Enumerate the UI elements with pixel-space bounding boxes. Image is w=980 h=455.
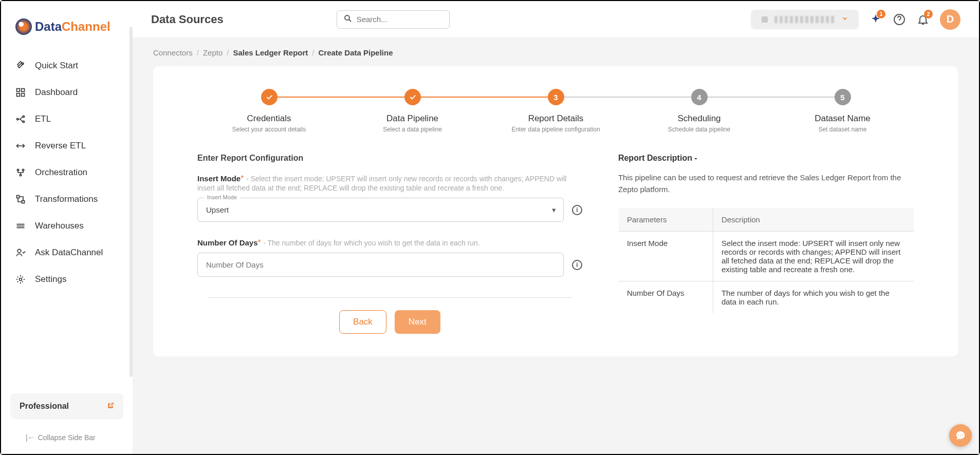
chat-button[interactable] (949, 424, 972, 447)
step-number: 3 (548, 89, 564, 105)
table-cell: Number Of Days (618, 281, 713, 314)
back-button[interactable]: Back (339, 310, 386, 334)
info-icon[interactable]: i (572, 205, 582, 215)
sidebar: DataChannel Quick Start Dashboard ETL Re… (1, 1, 133, 454)
sidebar-item-label: Settings (35, 274, 66, 285)
report-description-title: Report Description - (618, 154, 914, 163)
sidebar-item-dashboard[interactable]: Dashboard (8, 79, 125, 106)
step-subtitle: Set dataset name (771, 126, 914, 133)
grid-icon (15, 87, 26, 98)
breadcrumb-item[interactable]: Zepto (203, 48, 223, 57)
select-value: Upsert (206, 205, 229, 214)
step-number: 4 (691, 89, 708, 105)
sidebar-item-ask[interactable]: Ask DataChannel (8, 239, 125, 266)
svg-point-7 (23, 121, 24, 122)
collapse-label: Collapse Side Bar (38, 433, 96, 442)
ask-icon (15, 248, 26, 258)
section-heading: Enter Report Configuration (197, 154, 582, 163)
collapse-icon: |← (26, 433, 35, 442)
workspace-icon (760, 15, 769, 24)
breadcrumb-item[interactable]: Connectors (153, 48, 193, 57)
step-subtitle: Select your account details (197, 126, 341, 133)
workspace-name-redacted (774, 16, 836, 23)
table-cell: The number of days for which you wish to… (713, 281, 914, 314)
flow-icon (15, 114, 26, 124)
svg-point-10 (20, 174, 21, 176)
step-data-pipeline[interactable]: Data Pipeline Select a data pipeline (341, 89, 484, 133)
field-number-of-days: Number Of Days* - The number of days for… (197, 238, 582, 277)
parameters-table: Parameters Description Insert Mode Selec… (618, 207, 914, 314)
card: Credentials Select your account details … (153, 66, 958, 356)
step-title: Data Pipeline (341, 113, 484, 124)
logo[interactable]: DataChannel (1, 1, 133, 50)
svg-point-6 (23, 116, 24, 117)
plan-badge[interactable]: Professional (10, 393, 123, 419)
float-label: Insert Mode (204, 194, 240, 200)
sidebar-item-label: Reverse ETL (35, 141, 86, 151)
step-credentials[interactable]: Credentials Select your account details (197, 89, 341, 133)
breadcrumb-item[interactable]: Sales Ledger Report (233, 48, 308, 57)
step-report-details[interactable]: 3 Report Details Enter data pipeline con… (484, 89, 627, 133)
sparkle-badge: 1 (877, 10, 885, 18)
step-subtitle: Enter data pipeline configuration (484, 126, 627, 133)
number-of-days-input[interactable] (206, 260, 555, 269)
sparkle-button[interactable]: 1 (869, 13, 882, 26)
report-description-panel: Report Description - This pipeline can b… (618, 154, 914, 334)
warehouse-icon (15, 221, 26, 231)
field-insert-mode: Insert Mode* - Select the insert mode: U… (197, 174, 582, 222)
step-scheduling[interactable]: 4 Scheduling Schedule data pipeline (627, 89, 771, 133)
sidebar-item-label: Quick Start (35, 61, 78, 71)
field-label: Insert Mode (197, 174, 241, 183)
step-title: Dataset Name (771, 113, 914, 124)
table-cell: Select the insert mode: UPSERT will inse… (713, 232, 914, 281)
form-left: Enter Report Configuration Insert Mode* … (197, 154, 582, 334)
sidebar-nav: Quick Start Dashboard ETL Reverse ETL Or… (1, 50, 133, 387)
next-button[interactable]: Next (395, 310, 440, 334)
topbar: Data Sources 1 (133, 1, 979, 38)
sidebar-item-transformations[interactable]: Transformations (8, 186, 125, 213)
insert-mode-select[interactable]: Insert Mode Upsert ▾ (197, 198, 564, 222)
svg-rect-2 (22, 89, 25, 92)
page-title: Data Sources (151, 13, 224, 26)
help-button[interactable] (893, 13, 906, 26)
notifications-button[interactable]: 2 (916, 13, 930, 26)
sidebar-item-label: Orchestration (35, 167, 87, 178)
sidebar-item-quick-start[interactable]: Quick Start (8, 52, 125, 79)
step-dataset-name[interactable]: 5 Dataset Name Set dataset name (771, 89, 914, 133)
svg-point-18 (958, 434, 959, 435)
svg-point-20 (962, 434, 963, 435)
search-input[interactable] (357, 15, 443, 24)
breadcrumb: Connectors / Zepto / Sales Ledger Report… (153, 48, 958, 57)
search-input-wrap[interactable] (337, 10, 450, 29)
sidebar-item-reverse-etl[interactable]: Reverse ETL (8, 132, 125, 159)
step-title: Scheduling (627, 113, 771, 124)
check-icon (261, 89, 278, 105)
number-of-days-input-wrap (197, 253, 564, 277)
chevron-down-icon: ▾ (552, 205, 556, 215)
sidebar-item-label: Warehouses (35, 221, 84, 231)
collapse-sidebar-button[interactable]: |← Collapse Side Bar (1, 425, 133, 454)
svg-point-8 (17, 169, 19, 170)
divider (208, 297, 572, 298)
sidebar-item-label: ETL (35, 114, 51, 124)
sidebar-scrollbar[interactable] (130, 27, 133, 377)
sidebar-item-settings[interactable]: Settings (8, 266, 125, 293)
notifications-badge: 2 (924, 10, 933, 18)
info-icon[interactable]: i (572, 260, 582, 270)
plan-name: Professional (20, 402, 69, 411)
check-icon (404, 89, 421, 105)
sidebar-item-orchestration[interactable]: Orchestration (8, 159, 125, 186)
sidebar-item-warehouses[interactable]: Warehouses (8, 213, 125, 239)
svg-rect-12 (22, 201, 25, 203)
field-description: - The number of days for which you wish … (263, 239, 480, 247)
workspace-selector[interactable] (751, 10, 859, 29)
transform-icon (15, 194, 26, 204)
avatar[interactable]: D (940, 9, 960, 30)
search-icon (343, 14, 353, 25)
table-header: Parameters (618, 208, 713, 232)
reverse-icon (15, 141, 26, 151)
svg-point-13 (17, 249, 21, 253)
chevron-down-icon (841, 15, 848, 24)
sidebar-item-etl[interactable]: ETL (8, 106, 125, 132)
sidebar-item-label: Dashboard (35, 87, 78, 98)
